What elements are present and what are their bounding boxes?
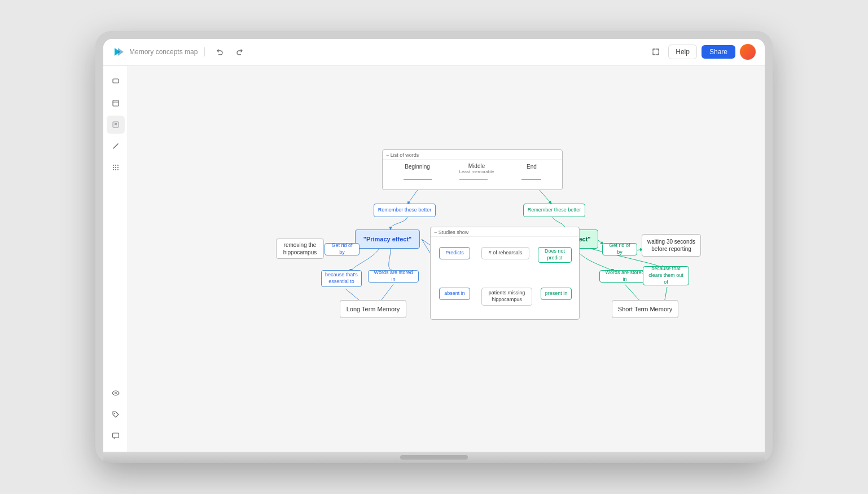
get-rid-of-right: Get rid of by: [602, 243, 637, 255]
line-icon: [112, 142, 120, 150]
short-term-memory: Short Term Memory: [612, 300, 678, 318]
grid-icon: [112, 164, 120, 171]
app-window: Memory concepts map: [103, 39, 765, 452]
main-area: − List of words Beginning Middle Least m…: [103, 66, 765, 452]
middle-label: Middle: [459, 163, 494, 169]
cursor-icon: [112, 78, 120, 86]
toolbar: Memory concepts map: [103, 39, 765, 66]
help-button[interactable]: Help: [668, 45, 697, 59]
list-of-words-group: − List of words Beginning Middle Least m…: [382, 149, 563, 190]
primacy-effect[interactable]: "Primacy effect": [355, 230, 420, 249]
laptop-base: [103, 452, 765, 463]
comment-icon: [112, 432, 120, 440]
canvas-area[interactable]: − List of words Beginning Middle Least m…: [128, 66, 765, 452]
because-clears: because that clears them out of: [643, 266, 689, 285]
svg-point-11: [117, 165, 119, 166]
redo-button[interactable]: [232, 44, 248, 60]
patients-node: patients missing hippocampus: [481, 288, 532, 306]
does-not-predict-node: Does not predict: [538, 247, 572, 263]
sidebar-item-sticky[interactable]: [107, 116, 125, 134]
sidebar-item-grid[interactable]: [107, 158, 125, 177]
frame-icon: [112, 99, 120, 107]
sidebar-item-select[interactable]: [107, 73, 125, 91]
fullscreen-icon: [652, 48, 660, 56]
svg-rect-2: [113, 79, 119, 83]
get-rid-of-left: Get rid of by: [325, 243, 360, 255]
removing-hippocampus: removing the hippocampus: [276, 239, 324, 259]
because-essential: because that's essential to: [321, 270, 362, 287]
toolbar-title: Memory concepts map: [129, 48, 198, 56]
list-of-words-title: − List of words: [383, 150, 562, 160]
studies-show-title: − Studies show: [431, 227, 579, 237]
divider: [204, 47, 205, 56]
svg-point-18: [115, 392, 116, 394]
svg-point-14: [117, 167, 119, 168]
laptop-outer: Memory concepts map: [95, 31, 773, 464]
svg-point-17: [117, 169, 119, 170]
fullscreen-button[interactable]: [648, 44, 664, 60]
rehearsals-node: # of rehearsals: [481, 247, 529, 259]
svg-line-8: [113, 144, 118, 148]
end-label: End: [521, 164, 541, 170]
svg-rect-3: [113, 100, 119, 106]
svg-point-16: [115, 169, 116, 170]
sidebar: [103, 66, 128, 452]
svg-point-19: [114, 413, 115, 414]
remember-better-right: Remember these better: [523, 204, 585, 217]
undo-icon: [216, 48, 223, 56]
sidebar-item-comment[interactable]: [107, 427, 125, 445]
svg-point-13: [115, 167, 116, 168]
tag-icon: [112, 411, 120, 418]
svg-marker-1: [118, 48, 124, 56]
present-in-node: present in: [541, 288, 572, 300]
sidebar-item-tag[interactable]: [107, 405, 125, 424]
remember-better-left: Remember these better: [374, 204, 436, 217]
long-term-memory: Long Term Memory: [340, 300, 406, 318]
words-stored-left: Words are stored in: [368, 270, 419, 283]
svg-point-15: [113, 169, 114, 170]
svg-point-12: [113, 167, 114, 168]
svg-rect-20: [112, 433, 119, 438]
sidebar-bottom: [107, 384, 125, 445]
undo-button[interactable]: [212, 44, 227, 60]
sidebar-item-frame[interactable]: [107, 94, 125, 112]
eye-icon: [112, 389, 120, 397]
redo-icon: [236, 48, 244, 56]
laptop-screen: Memory concepts map: [103, 39, 765, 452]
sidebar-item-view[interactable]: [107, 384, 125, 402]
svg-point-10: [115, 165, 116, 166]
waiting-30-seconds: waiting 30 seconds before reporting: [642, 234, 701, 257]
sidebar-item-line[interactable]: [107, 137, 125, 155]
user-avatar[interactable]: [740, 44, 756, 60]
absent-in-node: absent in: [439, 288, 470, 300]
sticky-icon: [112, 121, 120, 129]
least-memorable: Least memorable: [459, 169, 494, 174]
share-button[interactable]: Share: [702, 45, 735, 59]
logo-icon: [112, 46, 125, 58]
svg-point-9: [113, 165, 114, 166]
studies-show-group: − Studies show Predicts # of rehearsals …: [430, 227, 580, 320]
predicts-node: Predicts: [439, 247, 470, 259]
beginning-label: Beginning: [404, 164, 432, 170]
